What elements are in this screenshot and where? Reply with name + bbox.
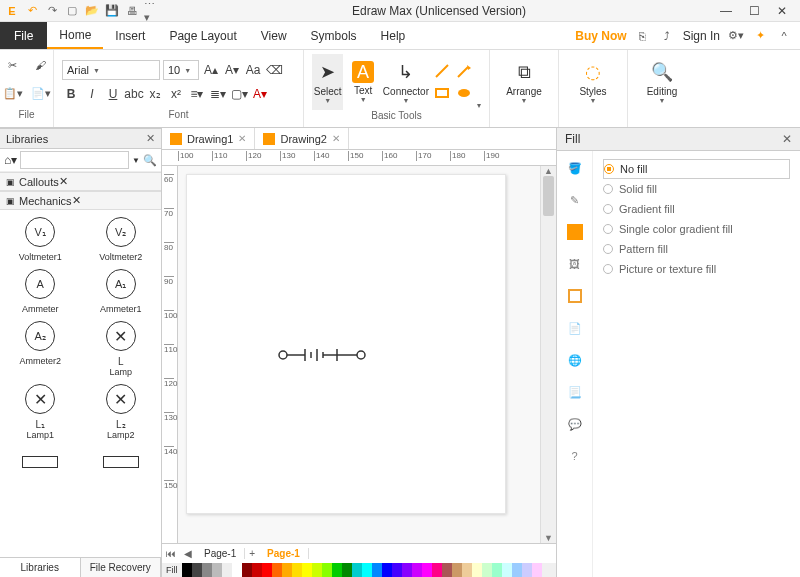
minimize-icon[interactable]: — [718,4,734,18]
outline-square-icon[interactable] [564,285,586,307]
color-swatch[interactable] [452,563,462,577]
scroll-thumb[interactable] [543,176,554,216]
color-swatch[interactable] [332,563,342,577]
new-icon[interactable]: ▢ [64,3,80,19]
color-swatch[interactable] [442,563,452,577]
close-icon[interactable]: ✕ [782,132,792,146]
color-swatch[interactable] [202,563,212,577]
library-shape[interactable]: V₂Voltmeter2 [85,214,158,262]
arrow-shape-icon[interactable] [455,62,473,80]
bullets-icon[interactable]: ≡▾ [188,85,206,103]
color-swatch[interactable] [482,563,492,577]
menu-help[interactable]: Help [369,22,418,49]
library-search-input[interactable] [20,151,129,169]
open-icon[interactable]: 📂 [84,3,100,19]
color-swatch[interactable] [282,563,292,577]
highlight-icon[interactable]: ▢▾ [230,85,248,103]
menu-view[interactable]: View [249,22,299,49]
color-swatch[interactable] [402,563,412,577]
color-swatch[interactable] [392,563,402,577]
share-icon[interactable]: ⤴ [659,28,675,44]
font-size-select[interactable]: 10▼ [163,60,199,80]
color-swatch[interactable] [462,563,472,577]
fill-bucket-icon[interactable]: 🪣 [564,157,586,179]
color-swatch[interactable] [522,563,532,577]
color-swatch[interactable] [292,563,302,577]
fill-option[interactable]: Gradient fill [603,199,790,219]
color-swatch[interactable] [492,563,502,577]
library-shape[interactable]: L₁Lamp1 [4,381,77,440]
color-swatch[interactable] [182,563,192,577]
solid-square-icon[interactable] [564,221,586,243]
color-swatch[interactable] [242,563,252,577]
file-menu[interactable]: File [0,22,47,49]
section-mechanics[interactable]: ▣Mechanics✕ [0,191,161,210]
clear-format-icon[interactable]: ⌫ [265,61,283,79]
page-first-icon[interactable]: ⏮ [162,548,180,559]
color-swatch[interactable] [422,563,432,577]
globe-icon[interactable]: 🌐 [564,349,586,371]
clipboard-icon[interactable]: 📋▾ [2,82,24,104]
italic-icon[interactable]: I [83,85,101,103]
connector-tool[interactable]: ↳Connector▼ [383,54,429,110]
fill-option[interactable]: Picture or texture fill [603,259,790,279]
library-shape[interactable]: AAmmeter [4,266,77,314]
arrange-button[interactable]: ⧉Arrange▼ [498,54,550,110]
color-swatch[interactable] [262,563,272,577]
color-swatch[interactable] [302,563,312,577]
search-icon[interactable]: 🔍 [143,154,157,167]
library-shape[interactable] [85,444,158,482]
save-icon[interactable]: 💾 [104,3,120,19]
color-swatch[interactable] [212,563,222,577]
menu-symbols[interactable]: Symbols [299,22,369,49]
color-swatch[interactable] [362,563,372,577]
close-icon[interactable]: ✕ [59,175,68,188]
collapse-ribbon-icon[interactable]: ^ [776,28,792,44]
menu-page-layout[interactable]: Page Layout [157,22,248,49]
page-prev-icon[interactable]: ◀ [180,548,196,559]
color-swatch[interactable] [372,563,382,577]
select-tool[interactable]: ➤Select▼ [312,54,343,110]
comment-icon[interactable]: 💬 [564,413,586,435]
shrink-font-icon[interactable]: A▾ [223,61,241,79]
library-shape[interactable]: A₂Ammeter2 [4,318,77,377]
shapes-more-icon[interactable]: ▾ [477,101,481,110]
library-shape[interactable]: LLamp [85,318,158,377]
fill-option[interactable]: Pattern fill [603,239,790,259]
close-icon[interactable]: ✕ [332,133,340,144]
bold-icon[interactable]: B [62,85,80,103]
library-shape[interactable] [4,444,77,482]
color-swatch[interactable] [502,563,512,577]
format-painter-icon[interactable]: ✂ [2,54,24,76]
styles-button[interactable]: ◌Styles▼ [567,54,619,110]
redo-icon[interactable]: ↷ [44,3,60,19]
home-icon[interactable]: ⌂▾ [4,153,17,167]
pen-icon[interactable]: ✎ [564,189,586,211]
color-swatch[interactable] [532,563,542,577]
color-swatch[interactable] [432,563,442,577]
library-shape[interactable]: V₁Voltmeter1 [4,214,77,262]
color-swatch[interactable] [412,563,422,577]
page-current[interactable]: Page-1 [196,548,245,559]
color-swatch[interactable] [312,563,322,577]
color-palette[interactable]: Fill [162,563,556,577]
scrollbar-vertical[interactable]: ▲ ▼ [540,166,556,543]
rect-shape-icon[interactable] [433,84,451,102]
brush-icon[interactable]: 🖌 [30,54,52,76]
settings-icon[interactable]: ⚙▾ [728,28,744,44]
dropdown-icon[interactable]: ▼ [132,156,140,165]
image-icon[interactable]: 🖼 [564,253,586,275]
color-swatch[interactable] [192,563,202,577]
ellipse-shape-icon[interactable] [455,84,473,102]
numbering-icon[interactable]: ≣▾ [209,85,227,103]
canvas[interactable] [178,166,540,543]
strike-icon[interactable]: abc [125,85,143,103]
scroll-up-icon[interactable]: ▲ [541,166,556,176]
document-icon[interactable]: 📃 [564,381,586,403]
color-swatch[interactable] [252,563,262,577]
close-icon[interactable]: ✕ [146,132,155,145]
close-icon[interactable]: ✕ [774,4,790,18]
paste-icon[interactable]: 📄▾ [30,82,52,104]
subscript-icon[interactable]: x₂ [146,85,164,103]
color-swatch[interactable] [232,563,242,577]
